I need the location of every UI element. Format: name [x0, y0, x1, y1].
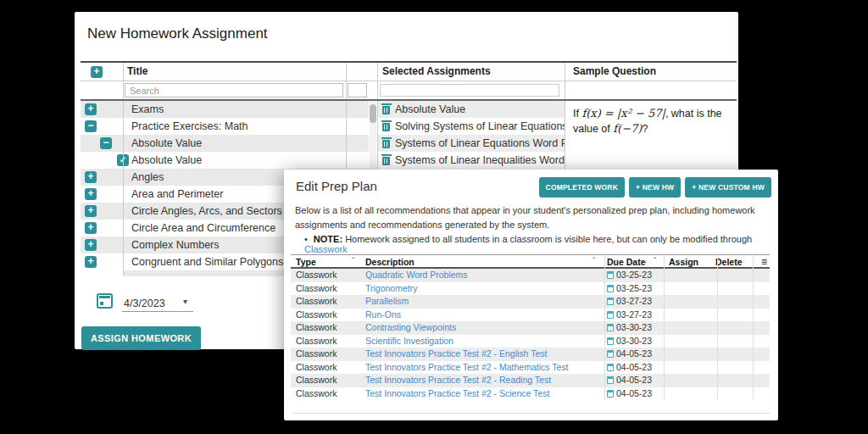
tree-row-label: Circle Angles, Arcs, and Sectors — [131, 205, 282, 217]
prep-plan-row: ClassworkRun-Ons03-27-23 — [291, 309, 770, 322]
expand-icon[interactable]: + — [85, 103, 97, 115]
selected-assignment-item: Solving Systems of Linear Equations — [377, 118, 565, 135]
tree-row-label: Congruent and Similar Polygons — [131, 256, 283, 268]
expand-icon[interactable]: + — [85, 239, 97, 251]
prep-plan-row: ClassworkContrasting Viewpoints03-30-23 — [291, 321, 770, 335]
tree-row-label: Absolute Value — [131, 154, 202, 166]
expand-icon[interactable]: + — [85, 171, 97, 183]
row-due-date[interactable]: 03-27-23 — [607, 295, 652, 309]
calendar-icon — [607, 311, 614, 319]
tree-row-label: Exams — [131, 103, 164, 115]
trash-icon[interactable] — [382, 106, 390, 114]
divider — [81, 99, 737, 101]
page-title: New Homework Assignment — [87, 25, 268, 42]
calendar-icon — [607, 298, 614, 305]
row-due-date[interactable]: 03-30-23 — [607, 321, 652, 335]
column-header-due-date[interactable]: Due Date — [607, 255, 646, 269]
expand-all-icon[interactable]: + — [91, 66, 103, 78]
selected-assignments-filter-input[interactable] — [380, 84, 559, 97]
trash-icon[interactable] — [382, 140, 390, 148]
expand-icon[interactable]: + — [85, 188, 97, 200]
selected-assignment-label: Systems of Linear Inequalities Word P... — [395, 154, 565, 166]
row-type: Classwork — [296, 309, 337, 322]
selected-assignment-label: Solving Systems of Linear Equations — [395, 120, 565, 132]
expand-icon[interactable]: + — [85, 205, 97, 217]
row-due-date[interactable]: 03-25-23 — [607, 269, 652, 282]
tree-row[interactable]: −Absolute Value — [81, 135, 369, 152]
divider — [604, 254, 605, 400]
sample-question-line2: value of f(−7)? — [573, 121, 732, 136]
new-hw-button[interactable]: + NEW HW — [629, 177, 681, 198]
note-text: Homework assigned to all students in a c… — [342, 234, 752, 244]
collapse-icon[interactable]: − — [100, 137, 112, 149]
prep-plan-row: ClassworkTest Innovators Practice Test #… — [291, 374, 770, 387]
new-custom-hw-button[interactable]: + NEW CUSTOM HW — [685, 177, 771, 198]
row-due-date[interactable]: 03-27-23 — [607, 309, 652, 322]
row-description-link[interactable]: Test Innovators Practice Test #2 - Engli… — [365, 348, 547, 361]
row-type: Classwork — [296, 335, 337, 348]
row-description-link[interactable]: Quadratic Word Problems — [365, 269, 468, 282]
trash-icon[interactable] — [382, 157, 390, 165]
sort-caret-icon[interactable]: ˇ — [593, 253, 595, 267]
chevron-down-icon[interactable]: ▾ — [183, 297, 187, 306]
due-date-value: 04-05-23 — [616, 388, 652, 398]
tree-row-label: Practice Exercises: Math — [131, 120, 248, 132]
row-description-link[interactable]: Test Innovators Practice Test #2 - Scien… — [365, 387, 549, 401]
filter-checkbox-cell[interactable] — [348, 83, 367, 97]
tree-row[interactable]: +Exams — [81, 101, 369, 118]
calendar-icon — [607, 390, 614, 398]
completed-work-button[interactable]: COMPLETED WORK — [539, 177, 625, 198]
row-description-link[interactable]: Parallelism — [365, 295, 409, 309]
modal-description: Below is a list of all recommendations t… — [295, 203, 770, 231]
selected-assignment-label: Systems of Linear Equations Word Pro... — [395, 137, 565, 149]
row-due-date[interactable]: 04-05-23 — [607, 348, 652, 361]
assign-homework-button[interactable]: ASSIGN HOMEWORK — [81, 326, 201, 350]
due-date-value: 03-27-23 — [616, 296, 652, 306]
calendar-icon[interactable] — [97, 293, 113, 309]
expand-icon[interactable]: + — [85, 256, 97, 268]
due-date-value: 04-05-23 — [616, 348, 652, 359]
sort-caret-icon[interactable]: ˇ — [654, 253, 656, 267]
row-description-link[interactable]: Scientific Investigation — [365, 335, 453, 348]
tree-scrollbar-thumb[interactable] — [370, 104, 376, 123]
row-due-date[interactable]: 04-05-23 — [607, 387, 652, 401]
divider — [122, 311, 193, 312]
search-input[interactable] — [125, 83, 343, 97]
row-due-date[interactable]: 03-25-23 — [607, 282, 652, 296]
trash-icon[interactable] — [382, 123, 390, 131]
sample-question-line1: If f(x) = |x² − 57|, what is the — [573, 106, 732, 121]
row-description-link[interactable]: Contrasting Viewpoints — [365, 321, 456, 335]
row-description-link[interactable]: Test Innovators Practice Test #2 - Readi… — [365, 374, 551, 387]
row-due-date[interactable]: 04-05-23 — [607, 361, 652, 375]
sort-caret-icon[interactable]: ˇ — [352, 253, 354, 267]
column-header-assign: Assign — [669, 255, 698, 269]
row-description-link[interactable]: Run-Ons — [365, 309, 401, 322]
row-description-link[interactable]: Trigonometry — [365, 282, 417, 296]
column-header-type[interactable]: Type — [296, 255, 316, 269]
prep-plan-row: ClassworkTest Innovators Practice Test #… — [291, 361, 770, 375]
column-header-description[interactable]: Description — [365, 255, 415, 269]
classwork-link[interactable]: Classwork — [304, 244, 348, 254]
divider — [81, 81, 737, 81]
due-date-value: 03-27-23 — [616, 309, 652, 320]
row-due-date[interactable]: 03-30-23 — [607, 335, 652, 348]
row-description-link[interactable]: Test Innovators Practice Test #2 - Mathe… — [365, 361, 568, 375]
collapse-icon[interactable]: − — [85, 120, 97, 132]
divider — [753, 254, 754, 400]
tree-row[interactable]: −Practice Exercises: Math — [81, 118, 369, 135]
due-date-picker[interactable]: 4/3/2023 — [124, 298, 165, 309]
prep-plan-row: ClassworkScientific Investigation03-30-2… — [291, 335, 770, 348]
tree-row[interactable]: ✓Absolute Value — [81, 152, 369, 169]
row-due-date[interactable]: 04-05-23 — [607, 374, 652, 387]
row-type: Classwork — [296, 361, 337, 375]
divider — [123, 63, 124, 275]
tree-row-label: Circle Area and Circumference — [131, 222, 275, 234]
selected-assignment-item: Systems of Linear Inequalities Word P... — [377, 152, 565, 169]
table-menu-icon[interactable]: ≡ — [761, 255, 767, 269]
row-type: Classwork — [296, 374, 337, 387]
due-date-value: 03-30-23 — [616, 336, 652, 346]
due-date-value: 03-30-23 — [616, 322, 652, 332]
sample-question-column-header: Sample Question — [573, 65, 656, 77]
title-column-header: Title — [127, 65, 147, 77]
expand-icon[interactable]: + — [85, 222, 97, 234]
